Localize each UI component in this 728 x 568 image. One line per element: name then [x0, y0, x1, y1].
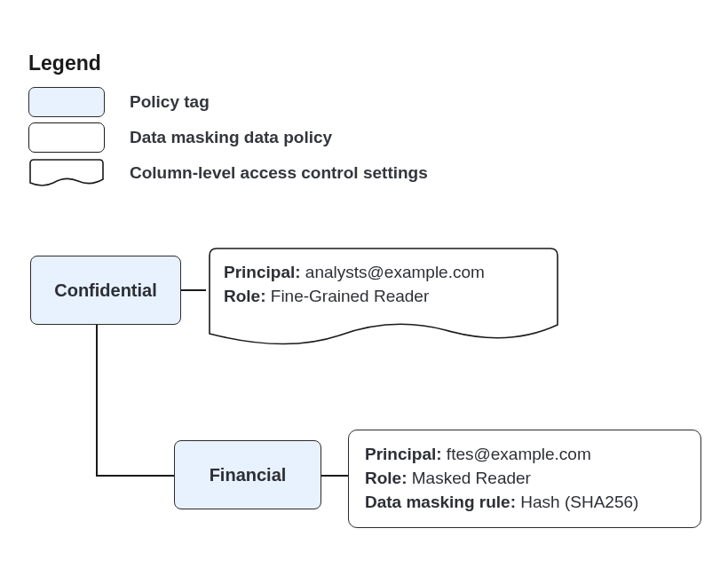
legend-title: Legend [28, 51, 428, 75]
legend-label: Policy tag [130, 92, 210, 112]
node-label: Financial [210, 465, 287, 485]
legend-row-access-control: Column-level access control settings [28, 155, 428, 191]
policy-tag-swatch-icon [28, 87, 105, 117]
field-principal: Principal: ftes@example.com [365, 443, 684, 467]
field-role: Role: Masked Reader [365, 467, 684, 491]
legend-row-policy-tag: Policy tag [28, 84, 428, 120]
field-role: Role: Fine-Grained Reader [224, 285, 485, 309]
legend: Legend Policy tag Data masking data poli… [28, 51, 428, 191]
policy-tag-confidential: Confidential [30, 256, 181, 325]
node-label: Confidential [54, 280, 157, 301]
data-masking-policy-financial: Principal: ftes@example.com Role: Masked… [348, 430, 701, 528]
connector-line [96, 475, 174, 477]
access-control-settings-confidential: Principal: analysts@example.com Role: Fi… [206, 245, 561, 351]
data-policy-swatch-icon [28, 122, 105, 153]
legend-row-data-masking-policy: Data masking data policy [28, 120, 428, 155]
connector-line [96, 325, 98, 476]
access-control-swatch-icon [28, 158, 105, 188]
connector-line [181, 289, 206, 291]
policy-tag-financial: Financial [174, 440, 321, 509]
legend-label: Data masking data policy [130, 128, 332, 147]
legend-label: Column-level access control settings [130, 163, 428, 183]
diagram-canvas: Legend Policy tag Data masking data poli… [0, 0, 728, 568]
field-mask-rule: Data masking rule: Hash (SHA256) [365, 491, 684, 515]
field-principal: Principal: analysts@example.com [224, 261, 485, 285]
connector-line [321, 475, 348, 477]
